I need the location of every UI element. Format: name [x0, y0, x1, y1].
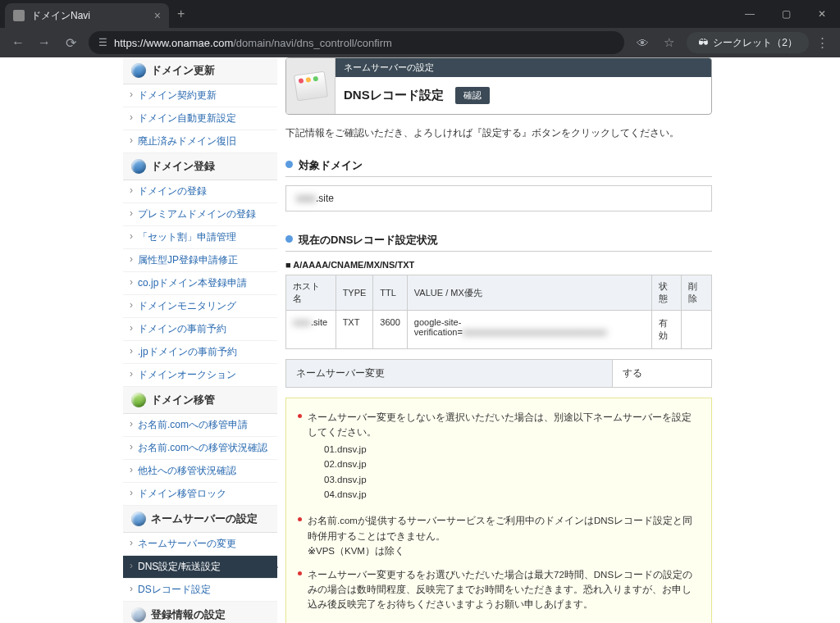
new-tab-button[interactable]: + [177, 7, 185, 21]
notice-item: ネームサーバー変更をしないを選択いただいた場合は、別途以下ネームサーバーを設定し… [298, 407, 700, 510]
sidebar-item[interactable]: ネームサーバーの変更 [123, 533, 277, 556]
sidebar-section-icon [131, 159, 146, 174]
notice-item: ネームサーバー変更するをお選びいただいた場合は最大72時間、DNSレコードの設定… [298, 564, 700, 617]
table-header: VALUE / MX優先 [407, 275, 651, 311]
sidebar-item[interactable]: お名前.comへの移管状況確認 [123, 437, 277, 460]
maximize-button[interactable]: ▢ [768, 0, 804, 28]
sidebar-item[interactable]: DNS設定/転送設定 [123, 556, 277, 579]
sidebar-section-icon [131, 512, 146, 526]
sidebar-item[interactable]: .jpドメインの事前予約 [123, 341, 277, 364]
close-window-button[interactable]: ✕ [804, 0, 840, 28]
panel-title: DNSレコード設定 [344, 88, 444, 103]
sidebar-item[interactable]: 他社への移管状況確認 [123, 460, 277, 483]
table-header: TYPE [336, 275, 373, 311]
incognito-icon: 🕶 [698, 37, 708, 48]
address-bar[interactable]: ☰ https://www.onamae.com/domain/navi/dns… [89, 31, 624, 54]
minimize-button[interactable]: ― [732, 0, 768, 28]
sidebar-item[interactable]: ドメイン移管ロック [123, 483, 277, 506]
sidebar-section-icon [131, 63, 146, 78]
star-icon[interactable]: ☆ [655, 35, 682, 50]
sidebar-section-icon [131, 393, 146, 407]
section-dns-records: 現在のDNSレコード設定状況 [285, 230, 712, 252]
panel-header: ネームサーバーの設定 DNSレコード設定 確認 [285, 57, 712, 115]
table-header: 状態 [651, 275, 682, 311]
ns-change-label: ネームサーバー変更 [286, 360, 613, 387]
incognito-badge[interactable]: 🕶 シークレット（2） [687, 32, 809, 53]
notice-box: ネームサーバー変更をしないを選択いただいた場合は、別途以下ネームサーバーを設定し… [285, 398, 712, 623]
sidebar-section-head: ドメイン移管 [123, 387, 277, 414]
eye-off-icon[interactable]: 👁 [629, 36, 655, 50]
table-header: ホスト名 [286, 275, 336, 311]
sidebar-section-head: ドメイン登録 [123, 153, 277, 180]
dns-records-table: ホスト名TYPETTLVALUE / MX優先状態削除 xxxx.site TX… [285, 275, 712, 349]
sidebar-item[interactable]: お名前.comへの移管申請 [123, 414, 277, 437]
sidebar-section-head: ドメイン更新 [123, 57, 277, 84]
sidebar-item[interactable]: ドメインオークション [123, 364, 277, 387]
sidebar-item[interactable]: 廃止済みドメイン復旧 [123, 130, 277, 153]
sidebar-item[interactable]: プレミアムドメインの登録 [123, 203, 277, 226]
main-content: ネームサーバーの設定 DNSレコード設定 確認 下記情報をご確認いただき、よろし… [277, 57, 720, 623]
browser-toolbar: ← → ⟳ ☰ https://www.onamae.com/domain/na… [0, 28, 840, 57]
section-target-domain: 対象ドメイン [285, 155, 712, 177]
sidebar-section-icon [131, 607, 146, 622]
window-titlebar: ドメインNavi × + ― ▢ ✕ [0, 0, 840, 28]
sidebar-item[interactable]: ドメインモニタリング [123, 295, 277, 318]
ns-change-value: する [613, 360, 711, 387]
sidebar-item[interactable]: ドメインの登録 [123, 180, 277, 203]
sidebar-item[interactable]: 属性型JP登録申請修正 [123, 249, 277, 272]
sidebar-item[interactable]: ドメイン自動更新設定 [123, 107, 277, 130]
table-row: xxxx.site TXT 3600 google-site-verificat… [286, 311, 712, 349]
forward-button[interactable]: → [31, 35, 57, 50]
sidebar-section-head: 登録情報の設定 [123, 602, 277, 623]
sidebar-item[interactable]: ドメインの事前予約 [123, 318, 277, 341]
sidebar-section-head: ネームサーバーの設定 [123, 506, 277, 533]
table-header: 削除 [682, 275, 712, 311]
notice-item: お名前.comが提供するサーバーサービスをご利用中のドメインはDNSレコード設定… [298, 510, 700, 563]
sidebar-item[interactable]: DSレコード設定 [123, 579, 277, 602]
panel-icon [293, 71, 327, 102]
reload-button[interactable]: ⟳ [57, 35, 84, 51]
sidebar: ドメイン更新ドメイン契約更新ドメイン自動更新設定廃止済みドメイン復旧ドメイン登録… [123, 57, 277, 623]
browser-tab[interactable]: ドメインNavi × [5, 3, 169, 28]
target-domain-box: xxxx.site [285, 185, 712, 211]
sidebar-item[interactable]: co.jpドメイン本登録申請 [123, 272, 277, 295]
record-types-label: A/AAAA/CNAME/MX/NS/TXT [285, 260, 712, 270]
panel-category: ネームサーバーの設定 [336, 58, 711, 77]
step-badge: 確認 [455, 87, 490, 104]
site-info-icon[interactable]: ☰ [98, 37, 107, 48]
table-header: TTL [373, 275, 407, 311]
instruction-text: 下記情報をご確認いただき、よろしければ『設定する』ボタンをクリックしてください。 [285, 126, 712, 140]
favicon [13, 10, 25, 21]
sidebar-item[interactable]: ドメイン契約更新 [123, 84, 277, 107]
close-tab-icon[interactable]: × [154, 9, 161, 22]
menu-button[interactable]: ⋮ [809, 35, 835, 50]
nameserver-change-row: ネームサーバー変更 する [285, 359, 712, 388]
sidebar-item[interactable]: 「セット割」申請管理 [123, 226, 277, 249]
back-button[interactable]: ← [5, 35, 31, 50]
tab-title: ドメインNavi [31, 9, 148, 23]
